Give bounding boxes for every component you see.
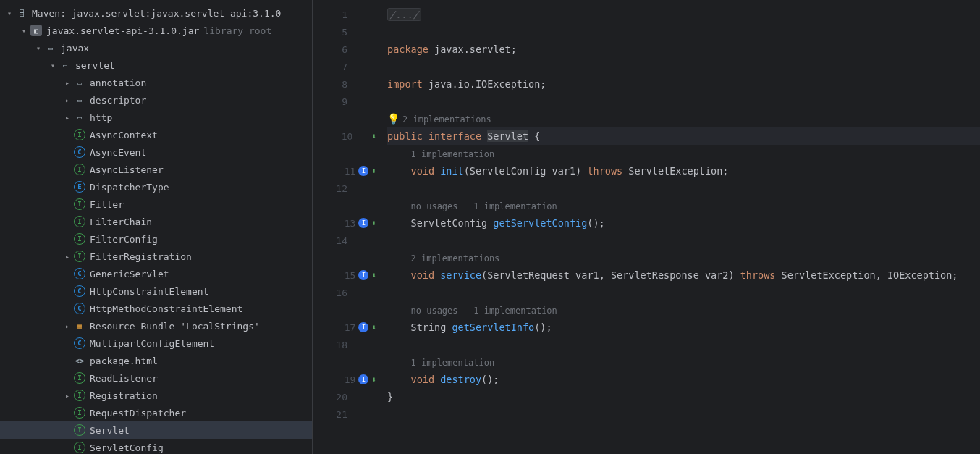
tree-label: RequestDispatcher <box>90 408 186 419</box>
tree-label: Servlet <box>90 425 130 436</box>
tree-item-servletconfig[interactable]: IServletConfig <box>0 439 312 454</box>
line-number: 8 <box>326 79 347 90</box>
tree-label: ServletConfig <box>90 442 164 453</box>
tree-label: FilterConfig <box>90 234 158 245</box>
line-number: 11 <box>334 166 355 177</box>
intention-bulb-icon[interactable]: 💡 <box>387 113 400 125</box>
tree-item-http[interactable]: ▸▭http <box>0 109 312 126</box>
interface-icon: I <box>74 251 85 262</box>
tree-label: AsyncContext <box>90 130 158 140</box>
implemented-icon[interactable]: ⬇ <box>371 323 376 332</box>
implemented-icon[interactable]: ⬇ <box>371 132 376 141</box>
tree-label: javax.servlet-api-3.1.0.jar <box>46 25 199 36</box>
inlay-hint[interactable]: no usages 1 implementation <box>411 306 557 316</box>
interface-icon: I <box>74 424 85 436</box>
code-editor[interactable]: 1 5 6 7 8 9 10⬇ 11I⬇ 12 13I⬇ 14 15I⬇ 16 … <box>313 0 980 454</box>
tree-label: ReadListener <box>90 373 158 384</box>
tree-item-requestdispatcher[interactable]: IRequestDispatcher <box>0 404 312 421</box>
tree-label: HttpMethodConstraintElement <box>90 303 242 314</box>
chevron-down-icon: ▾ <box>33 43 43 53</box>
inlay-hint[interactable]: 2 implementations <box>411 253 500 264</box>
tree-item-filter[interactable]: IFilter <box>0 196 312 213</box>
tree-package-javax[interactable]: ▾ ▭ javax <box>0 39 312 56</box>
tree-label: javax <box>61 43 89 54</box>
tree-library-root[interactable]: ▾ ⌸ Maven: javax.servlet:javax.servlet-a… <box>0 4 312 22</box>
override-icon[interactable]: I <box>358 270 368 280</box>
line-number: 10 <box>331 131 352 142</box>
tree-label: FilterRegistration <box>90 251 192 262</box>
tree-label: Filter <box>90 199 124 210</box>
tree-item-readlistener[interactable]: IReadListener <box>0 369 312 387</box>
line-number: 17 <box>334 322 355 333</box>
line-number: 7 <box>326 62 347 72</box>
tree-label: HttpConstraintElement <box>90 286 208 297</box>
chevron-right-icon: ▸ <box>62 95 72 105</box>
class-name: Servlet <box>487 130 528 142</box>
line-number: 16 <box>326 287 347 298</box>
line-number: 20 <box>326 392 347 403</box>
tree-label: annotation <box>90 77 146 88</box>
interface-icon: I <box>74 129 85 140</box>
tree-item-asynclistener[interactable]: IAsyncListener <box>0 161 312 178</box>
folder-icon: ▭ <box>74 77 85 88</box>
class-icon: C <box>74 303 85 314</box>
fold-region[interactable]: /.../ <box>387 8 421 21</box>
override-icon[interactable]: I <box>358 218 368 228</box>
tree-item-httpmethodconstraintelement[interactable]: CHttpMethodConstraintElement <box>0 300 312 317</box>
override-icon[interactable]: I <box>358 166 368 176</box>
tree-label: MultipartConfigElement <box>90 338 214 349</box>
gutter: 1 5 6 7 8 9 10⬇ 11I⬇ 12 13I⬇ 14 15I⬇ 16 … <box>313 0 381 454</box>
chevron-down-icon: ▾ <box>19 25 29 35</box>
chevron-right-icon: ▸ <box>62 77 72 88</box>
chevron-down-icon: ▾ <box>4 8 14 18</box>
interface-icon: I <box>74 216 85 227</box>
folder-icon: ▭ <box>74 112 85 123</box>
tree-label: Maven: javax.servlet:javax.servlet-api:3… <box>32 8 281 19</box>
implemented-icon[interactable]: ⬇ <box>371 375 376 384</box>
line-number: 14 <box>326 235 347 246</box>
interface-icon: I <box>74 233 85 245</box>
interface-icon: I <box>74 164 85 175</box>
tree-item-servlet[interactable]: IServlet <box>0 421 312 439</box>
tree-item-filterconfig[interactable]: IFilterConfig <box>0 230 312 248</box>
tree-label: AsyncEvent <box>90 147 146 158</box>
enum-icon: E <box>74 181 85 193</box>
inlay-hint[interactable]: 1 implementation <box>411 149 495 159</box>
project-tree[interactable]: ▾ ⌸ Maven: javax.servlet:javax.servlet-a… <box>0 0 313 454</box>
tree-label: servlet <box>75 60 115 71</box>
implemented-icon[interactable]: ⬇ <box>371 219 376 228</box>
folder-icon: ▭ <box>74 94 85 106</box>
tree-item-dispatchertype[interactable]: EDispatcherType <box>0 178 312 196</box>
tree-item-package-html[interactable]: <>package.html <box>0 352 312 369</box>
line-number: 19 <box>334 374 355 385</box>
tree-item-asynccontext[interactable]: IAsyncContext <box>0 126 312 143</box>
chevron-right-icon: ▸ <box>62 251 72 261</box>
override-icon[interactable]: I <box>358 374 368 384</box>
tree-item-filterchain[interactable]: IFilterChain <box>0 213 312 230</box>
implemented-icon[interactable]: ⬇ <box>371 167 376 176</box>
code-area[interactable]: /.../ package javax.servlet; import java… <box>381 0 980 454</box>
interface-icon: I <box>74 372 85 384</box>
tree-item-registration[interactable]: ▸IRegistration <box>0 387 312 404</box>
tree-item-annotation[interactable]: ▸▭annotation <box>0 74 312 91</box>
override-icon[interactable]: I <box>358 322 368 332</box>
tree-jar[interactable]: ▾ ◧ javax.servlet-api-3.1.0.jar library … <box>0 22 312 39</box>
tree-item-httpconstraintelement[interactable]: CHttpConstraintElement <box>0 282 312 300</box>
inlay-hint[interactable]: 1 implementation <box>411 358 495 368</box>
line-number: 21 <box>326 409 347 420</box>
tree-item-resource-bundle-localstrings-[interactable]: ▸▦Resource Bundle 'LocalStrings' <box>0 317 312 335</box>
tree-item-multipartconfigelement[interactable]: CMultipartConfigElement <box>0 335 312 352</box>
implemented-icon[interactable]: ⬇ <box>371 271 376 280</box>
interface-icon: I <box>74 390 85 401</box>
inlay-hint[interactable]: no usages 1 implementation <box>411 201 557 211</box>
line-number: 12 <box>326 183 347 194</box>
tree-item-descriptor[interactable]: ▸▭descriptor <box>0 91 312 109</box>
tree-label: DispatcherType <box>90 182 169 193</box>
tree-item-filterregistration[interactable]: ▸IFilterRegistration <box>0 248 312 265</box>
line-number: 15 <box>334 270 355 281</box>
tree-item-asyncevent[interactable]: CAsyncEvent <box>0 143 312 161</box>
tree-item-genericservlet[interactable]: CGenericServlet <box>0 265 312 282</box>
tree-package-servlet[interactable]: ▾ ▭ servlet <box>0 56 312 74</box>
tree-label: FilterChain <box>90 217 152 227</box>
inlay-hint[interactable]: 2 implementations <box>402 114 491 125</box>
